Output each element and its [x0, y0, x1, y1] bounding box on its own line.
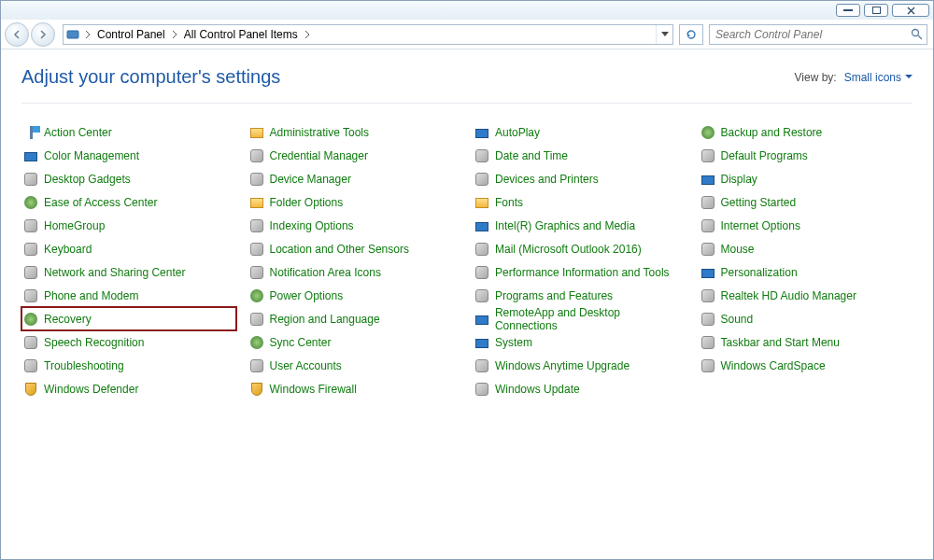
folder-icon	[474, 195, 489, 210]
close-button[interactable]	[892, 4, 929, 17]
cp-item-label: HomeGroup	[44, 219, 105, 232]
cp-item-realtek-hd-audio-manager[interactable]: Realtek HD Audio Manager	[699, 284, 913, 307]
address-dropdown[interactable]	[656, 25, 672, 44]
shield-icon	[249, 382, 264, 397]
cp-item-region-and-language[interactable]: Region and Language	[248, 307, 462, 330]
cp-item-label: Getting Started	[721, 196, 797, 209]
cp-item-intel-r-graphics-and-media[interactable]: Intel(R) Graphics and Media	[473, 214, 687, 237]
cp-item-label: RemoteApp and Desktop Connections	[495, 306, 686, 332]
cp-item-homegroup[interactable]: HomeGroup	[21, 214, 236, 237]
cp-item-action-center[interactable]: Action Center	[21, 120, 236, 144]
cp-item-remoteapp-and-desktop-connections[interactable]: RemoteApp and Desktop Connections	[473, 307, 687, 330]
cp-item-label: Administrative Tools	[270, 126, 370, 139]
cp-item-autoplay[interactable]: AutoPlay	[473, 120, 687, 144]
cp-item-desktop-gadgets[interactable]: Desktop Gadgets	[21, 167, 236, 190]
cp-item-personalization[interactable]: Personalization	[699, 260, 913, 284]
cp-item-label: Mail (Microsoft Outlook 2016)	[495, 243, 642, 256]
cp-item-display[interactable]: Display	[699, 167, 913, 190]
view-by-dropdown[interactable]: Small icons	[844, 71, 913, 84]
gear-icon	[249, 288, 264, 303]
svg-point-3	[912, 30, 918, 36]
cp-item-keyboard[interactable]: Keyboard	[21, 237, 236, 260]
cp-item-label: Keyboard	[44, 243, 92, 256]
gear-icon	[23, 195, 38, 210]
cp-item-windows-defender[interactable]: Windows Defender	[21, 377, 236, 400]
nav-forward-button[interactable]	[31, 22, 55, 47]
breadcrumb-control-panel[interactable]: Control Panel	[93, 25, 169, 44]
control-panel-icon	[64, 28, 82, 41]
maximize-button[interactable]	[864, 4, 888, 17]
cp-item-ease-of-access-center[interactable]: Ease of Access Center	[21, 190, 236, 214]
misc-icon	[249, 172, 264, 187]
misc-icon	[700, 335, 715, 350]
cp-item-mail-microsoft-outlook-2016[interactable]: Mail (Microsoft Outlook 2016)	[473, 237, 687, 260]
breadcrumb-sep[interactable]	[82, 31, 93, 38]
cp-item-administrative-tools[interactable]: Administrative Tools	[248, 120, 462, 144]
cp-item-device-manager[interactable]: Device Manager	[248, 167, 462, 190]
cp-item-devices-and-printers[interactable]: Devices and Printers	[473, 167, 687, 190]
cp-item-label: Action Center	[44, 126, 112, 139]
cp-item-fonts[interactable]: Fonts	[473, 190, 687, 214]
cp-item-windows-firewall[interactable]: Windows Firewall	[248, 377, 462, 400]
cp-item-windows-update[interactable]: Windows Update	[473, 377, 687, 400]
misc-icon	[474, 242, 489, 257]
cp-item-windows-anytime-upgrade[interactable]: Windows Anytime Upgrade	[473, 354, 687, 377]
cp-item-user-accounts[interactable]: User Accounts	[248, 354, 462, 377]
cp-item-sync-center[interactable]: Sync Center	[248, 330, 462, 354]
cp-item-label: Intel(R) Graphics and Media	[495, 219, 635, 232]
cp-item-default-programs[interactable]: Default Programs	[699, 144, 913, 167]
cp-item-sound[interactable]: Sound	[699, 307, 913, 330]
cp-item-color-management[interactable]: Color Management	[21, 144, 236, 167]
cp-item-folder-options[interactable]: Folder Options	[248, 190, 462, 214]
cp-item-programs-and-features[interactable]: Programs and Features	[473, 284, 687, 307]
cp-item-label: Location and Other Sensors	[270, 243, 409, 256]
breadcrumb-all-items[interactable]: All Control Panel Items	[180, 25, 302, 44]
misc-icon	[23, 218, 38, 233]
display-icon	[474, 218, 489, 233]
cp-item-location-and-other-sensors[interactable]: Location and Other Sensors	[248, 237, 462, 260]
cp-item-notification-area-icons[interactable]: Notification Area Icons	[248, 260, 462, 284]
cp-item-date-and-time[interactable]: Date and Time	[473, 144, 687, 167]
cp-item-phone-and-modem[interactable]: Phone and Modem	[21, 284, 236, 307]
cp-item-label: Mouse	[721, 243, 755, 256]
address-bar[interactable]: Control Panel All Control Panel Items	[63, 24, 673, 45]
cp-item-label: Device Manager	[270, 173, 351, 186]
breadcrumb-sep[interactable]	[302, 31, 313, 38]
cp-item-credential-manager[interactable]: Credential Manager	[248, 144, 462, 167]
cp-item-taskbar-and-start-menu[interactable]: Taskbar and Start Menu	[699, 330, 913, 354]
cp-item-windows-cardspace[interactable]: Windows CardSpace	[699, 354, 913, 377]
cp-item-troubleshooting[interactable]: Troubleshooting	[21, 354, 236, 377]
cp-item-speech-recognition[interactable]: Speech Recognition	[21, 330, 236, 354]
misc-icon	[474, 172, 489, 187]
misc-icon	[249, 148, 264, 163]
misc-icon	[474, 148, 489, 163]
cp-item-label: Windows Defender	[44, 383, 138, 396]
misc-icon	[700, 242, 715, 257]
cp-item-network-and-sharing-center[interactable]: Network and Sharing Center	[21, 260, 236, 284]
search-input[interactable]	[710, 28, 906, 41]
cp-item-internet-options[interactable]: Internet Options	[699, 214, 913, 237]
minimize-button[interactable]	[836, 4, 860, 17]
search-icon[interactable]	[906, 28, 927, 40]
cp-item-label: Devices and Printers	[495, 173, 599, 186]
cp-item-performance-information-and-tools[interactable]: Performance Information and Tools	[473, 260, 687, 284]
cp-item-label: Sync Center	[270, 336, 332, 349]
cp-item-power-options[interactable]: Power Options	[248, 284, 462, 307]
misc-icon	[249, 242, 264, 257]
cp-item-system[interactable]: System	[473, 330, 687, 354]
cp-item-recovery[interactable]: Recovery	[21, 307, 236, 330]
cp-item-getting-started[interactable]: Getting Started	[699, 190, 913, 214]
search-box[interactable]	[709, 24, 927, 45]
cp-item-label: System	[495, 336, 532, 349]
cp-item-backup-and-restore[interactable]: Backup and Restore	[699, 120, 913, 144]
display-icon	[474, 312, 489, 327]
svg-rect-2	[67, 31, 78, 38]
cp-item-label: Notification Area Icons	[270, 266, 381, 279]
breadcrumb-sep[interactable]	[169, 31, 180, 38]
cp-item-indexing-options[interactable]: Indexing Options	[248, 214, 462, 237]
cp-item-label: Windows Update	[495, 383, 580, 396]
misc-icon	[23, 335, 38, 350]
nav-back-button[interactable]	[5, 22, 29, 47]
refresh-button[interactable]	[679, 24, 703, 45]
cp-item-mouse[interactable]: Mouse	[699, 237, 913, 260]
